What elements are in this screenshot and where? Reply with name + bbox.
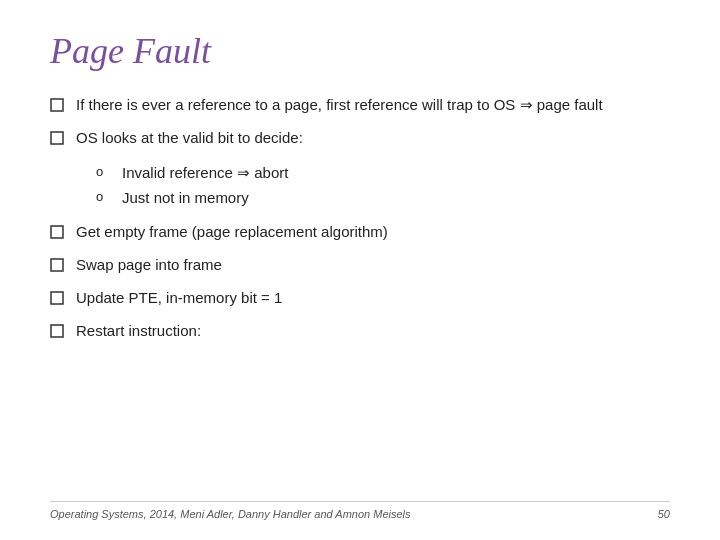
page-number: 50 bbox=[658, 508, 670, 520]
checkbox-icon bbox=[50, 322, 72, 343]
svg-rect-5 bbox=[51, 325, 63, 337]
copyright-text: Operating Systems, 2014, Meni Adler, Dan… bbox=[50, 508, 411, 520]
checkbox-icon bbox=[50, 256, 72, 277]
checkbox-icon bbox=[50, 289, 72, 310]
svg-rect-3 bbox=[51, 259, 63, 271]
list-item: Update PTE, in-memory bit = 1 bbox=[50, 287, 670, 310]
svg-rect-1 bbox=[51, 132, 63, 144]
list-item: o Just not in memory bbox=[96, 187, 670, 210]
sub-bullet-marker: o bbox=[96, 187, 118, 207]
checkbox-icon bbox=[50, 96, 72, 117]
checkbox-icon bbox=[50, 223, 72, 244]
page-title: Page Fault bbox=[50, 30, 670, 72]
list-item: If there is ever a reference to a page, … bbox=[50, 94, 670, 117]
lower-bullet4-text: Restart instruction: bbox=[76, 320, 201, 341]
sub-bullet1-text: Invalid reference ⇒ abort bbox=[122, 162, 288, 185]
svg-rect-4 bbox=[51, 292, 63, 304]
list-item: Get empty frame (page replacement algori… bbox=[50, 221, 670, 244]
bullet1-text: If there is ever a reference to a page, … bbox=[76, 94, 603, 115]
bullet2-text: OS looks at the valid bit to decide: bbox=[76, 127, 303, 148]
svg-rect-2 bbox=[51, 226, 63, 238]
lower-bullet2-text: Swap page into frame bbox=[76, 254, 222, 275]
sub-bullet2-text: Just not in memory bbox=[122, 187, 249, 210]
sub-bullet-marker: o bbox=[96, 162, 118, 182]
checkbox-icon bbox=[50, 129, 72, 150]
list-item: o Invalid reference ⇒ abort bbox=[96, 162, 670, 185]
lower-bullet3-text: Update PTE, in-memory bit = 1 bbox=[76, 287, 282, 308]
list-item: OS looks at the valid bit to decide: bbox=[50, 127, 670, 150]
slide-container: Page Fault If there is ever a reference … bbox=[0, 0, 720, 540]
sub-bullets-list: o Invalid reference ⇒ abort o Just not i… bbox=[96, 162, 670, 211]
footer: Operating Systems, 2014, Meni Adler, Dan… bbox=[50, 501, 670, 520]
lower-bullet1-text: Get empty frame (page replacement algori… bbox=[76, 221, 388, 242]
svg-rect-0 bbox=[51, 99, 63, 111]
content-area: If there is ever a reference to a page, … bbox=[50, 94, 670, 501]
list-item: Swap page into frame bbox=[50, 254, 670, 277]
list-item: Restart instruction: bbox=[50, 320, 670, 343]
